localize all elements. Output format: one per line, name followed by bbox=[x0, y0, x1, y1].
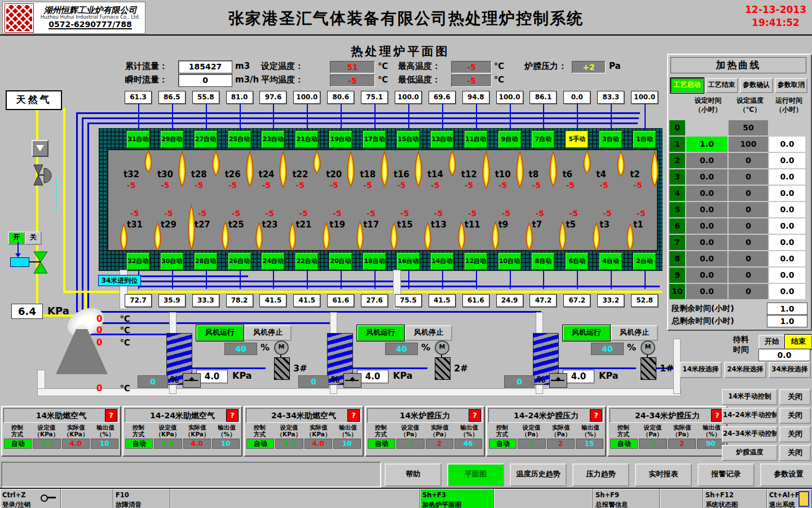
close-button[interactable]: 关闭 bbox=[779, 445, 811, 461]
valve-close-button[interactable]: 关 bbox=[25, 231, 42, 245]
burner-mode-button[interactable]: 16自动 bbox=[396, 252, 420, 270]
fan-run-button[interactable]: 风机运行 bbox=[563, 325, 610, 341]
set-time-cell[interactable]: 0.0 bbox=[686, 186, 727, 201]
nav-button[interactable]: 报警记录 bbox=[698, 463, 754, 487]
set-time-cell[interactable]: 0.0 bbox=[686, 284, 727, 299]
process-button[interactable]: 参数确认 bbox=[740, 78, 773, 93]
process-button[interactable]: 参数取消 bbox=[775, 78, 808, 93]
burner-mode-button[interactable]: 14自动 bbox=[430, 252, 454, 270]
burner-mode-button[interactable]: 25自动 bbox=[228, 130, 251, 148]
control-mode-button[interactable]: 自动 bbox=[610, 439, 638, 449]
set-time-cell[interactable]: 0.0 bbox=[686, 251, 727, 266]
damper-valve-icon[interactable] bbox=[343, 373, 361, 388]
burner-mode-button[interactable]: 8自动 bbox=[531, 252, 555, 270]
burner-mode-button[interactable]: 10自动 bbox=[498, 252, 522, 270]
nav-button[interactable]: 参数设置 bbox=[760, 463, 812, 487]
burner-mode-button[interactable]: 31自动 bbox=[126, 130, 150, 148]
valve-open-button[interactable]: 开 bbox=[8, 231, 25, 245]
set-temp-cell[interactable]: 0 bbox=[729, 153, 768, 168]
fan-run-button[interactable]: 风机运行 bbox=[196, 325, 244, 341]
set-temp-cell[interactable]: 50 bbox=[729, 120, 768, 135]
fan-stop-button[interactable]: 风机停止 bbox=[611, 325, 658, 341]
close-button[interactable]: 关闭 bbox=[779, 389, 811, 405]
help-button[interactable]: ? bbox=[590, 409, 602, 422]
help-button[interactable]: ? bbox=[469, 409, 481, 422]
burner-mode-button[interactable]: 9自动 bbox=[498, 130, 522, 148]
burner-mode-button[interactable]: 15自动 bbox=[396, 130, 420, 148]
section-select-button[interactable]: 34米段选择 bbox=[769, 362, 811, 378]
burner-mode-button[interactable]: 5手动 bbox=[565, 130, 589, 148]
set-temp-cell[interactable]: 0 bbox=[729, 284, 768, 299]
status-cell[interactable]: Sh+F3 加热炉平面图 bbox=[420, 489, 494, 508]
burner-mode-button[interactable]: 30自动 bbox=[160, 252, 184, 270]
close-button[interactable]: 关闭 bbox=[779, 426, 811, 443]
process-button[interactable]: 工艺结束 bbox=[705, 78, 739, 93]
nav-button[interactable]: 压力趋势 bbox=[572, 463, 629, 487]
burner-mode-button[interactable]: 26自动 bbox=[228, 252, 251, 270]
set-time-cell[interactable]: 0.0 bbox=[686, 202, 727, 217]
set-temp-cell[interactable]: 100 bbox=[729, 137, 768, 152]
burner-mode-button[interactable]: 12自动 bbox=[464, 252, 488, 270]
fan-run-button[interactable]: 风机运行 bbox=[357, 325, 404, 341]
damper-valve-icon[interactable] bbox=[183, 373, 201, 388]
control-mode-button[interactable]: 自动 bbox=[246, 439, 274, 449]
burner-mode-button[interactable]: 22自动 bbox=[295, 252, 319, 270]
burner-mode-button[interactable]: 13自动 bbox=[430, 130, 454, 148]
nav-button[interactable]: 温度历史趋势 bbox=[510, 463, 567, 487]
status-cell[interactable] bbox=[170, 489, 420, 508]
nav-button[interactable]: 帮助 bbox=[385, 463, 442, 487]
set-time-cell[interactable]: 0.0 bbox=[686, 218, 727, 234]
status-cell[interactable]: Sh+F12 系统状态图 bbox=[703, 489, 767, 508]
set-temp-cell[interactable]: 0 bbox=[729, 251, 768, 266]
control-valve-icon[interactable] bbox=[29, 251, 52, 275]
manual-control-button[interactable]: 24-34米手动控制 bbox=[722, 426, 778, 443]
control-mode-button[interactable]: 自动 bbox=[368, 439, 395, 449]
manual-control-button[interactable]: 14-24米手动控制 bbox=[722, 408, 778, 424]
manual-control-button[interactable]: 炉膛温度 bbox=[722, 445, 778, 461]
control-mode-button[interactable]: 自动 bbox=[125, 439, 153, 449]
section-select-button[interactable]: 14米段选择 bbox=[679, 362, 722, 378]
set-temp-cell[interactable]: 0 bbox=[729, 169, 768, 185]
wait-end-button[interactable]: 结束 bbox=[785, 335, 812, 349]
control-mode-button[interactable]: 自动 bbox=[489, 439, 517, 449]
fan-stop-button[interactable]: 风机停止 bbox=[244, 325, 292, 341]
nav-button[interactable]: 平面图 bbox=[447, 463, 504, 487]
burner-mode-button[interactable]: 4自动 bbox=[599, 252, 623, 270]
set-time-cell[interactable]: 1.0 bbox=[686, 137, 727, 152]
set-temp-cell[interactable]: 0 bbox=[729, 218, 768, 234]
set-time-cell[interactable]: 0.0 bbox=[686, 153, 727, 168]
fan-stop-button[interactable]: 风机停止 bbox=[405, 325, 452, 341]
butterfly-valve-icon[interactable] bbox=[27, 163, 54, 190]
help-button[interactable]: ? bbox=[105, 409, 117, 422]
burner-mode-button[interactable]: 23自动 bbox=[261, 130, 285, 148]
burner-mode-button[interactable]: 1自动 bbox=[633, 130, 656, 148]
close-button[interactable]: 关闭 bbox=[779, 408, 811, 424]
burner-mode-button[interactable]: 27自动 bbox=[194, 130, 218, 148]
status-cell[interactable]: Ctrl+Z 登录/注销 bbox=[0, 489, 61, 508]
burner-mode-button[interactable]: 18自动 bbox=[363, 252, 386, 270]
set-temp-cell[interactable]: 0 bbox=[729, 202, 768, 217]
status-cell[interactable]: Sh+F9 总报警信息 bbox=[593, 489, 660, 508]
set-temp-cell[interactable]: 0 bbox=[729, 235, 768, 250]
damper-valve-icon[interactable] bbox=[549, 373, 567, 388]
burner-mode-button[interactable]: 19自动 bbox=[329, 130, 352, 148]
wait-start-button[interactable]: 开始 bbox=[758, 335, 785, 349]
set-temp-cell[interactable]: 0 bbox=[729, 268, 768, 283]
help-button[interactable]: ? bbox=[347, 409, 360, 422]
burner-mode-button[interactable]: 20自动 bbox=[329, 252, 352, 270]
set-time-cell[interactable]: 0.0 bbox=[686, 268, 727, 283]
help-button[interactable]: ? bbox=[226, 409, 239, 422]
burner-mode-button[interactable]: 11自动 bbox=[464, 130, 488, 148]
status-cell[interactable] bbox=[61, 489, 113, 508]
set-temp-cell[interactable]: 0 bbox=[729, 186, 768, 201]
burner-mode-button[interactable]: 2自动 bbox=[633, 252, 656, 270]
control-mode-button[interactable]: 自动 bbox=[4, 439, 32, 449]
section-select-button[interactable]: 24米段选择 bbox=[724, 362, 766, 378]
burner-mode-button[interactable]: 24自动 bbox=[261, 252, 285, 270]
set-time-cell[interactable]: 0.0 bbox=[686, 169, 727, 185]
burner-mode-button[interactable]: 3自动 bbox=[599, 130, 623, 148]
status-cell[interactable]: Ct+Al+F12 退出系统 bbox=[767, 489, 812, 508]
manual-control-button[interactable]: 14米手动控制 bbox=[722, 389, 778, 405]
burner-mode-button[interactable]: 29自动 bbox=[160, 130, 184, 148]
status-cell[interactable]: F10 故障消音 bbox=[113, 489, 170, 508]
